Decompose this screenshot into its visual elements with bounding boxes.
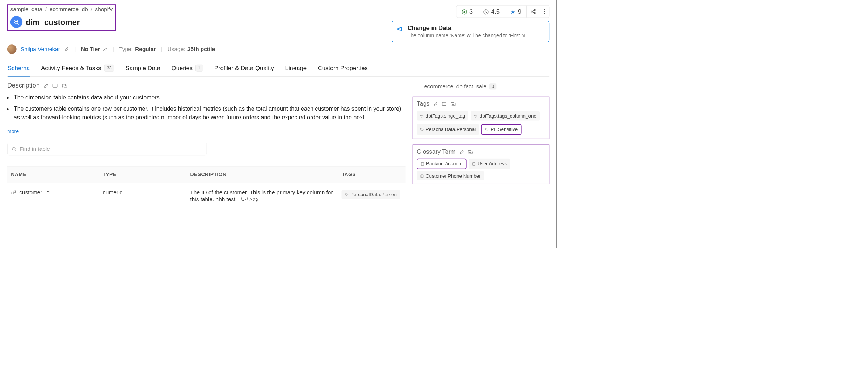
svg-point-11 (12, 147, 15, 150)
search-input[interactable] (20, 145, 202, 152)
tag-icon (345, 192, 349, 196)
breadcrumb-title-highlight: sample_data / ecommerce_db / shopify dim… (7, 4, 116, 31)
bigquery-icon (10, 16, 22, 28)
glossary-item[interactable]: Customer.Phone Number (417, 171, 484, 180)
tests-stat[interactable]: 3 (456, 5, 478, 17)
key-icon (11, 189, 16, 195)
search-icon (12, 145, 17, 152)
table-row[interactable]: customer_id numeric The ID of the custom… (7, 183, 406, 209)
column-desc: The ID of the customer. This is the prim… (186, 183, 338, 209)
announcement-title: Change in Data (408, 24, 544, 31)
svg-rect-14 (442, 102, 446, 105)
tabs: Schema Activity Feeds & Tasks 33 Sample … (7, 62, 549, 77)
related-entity[interactable]: ecommerce_db.fact_sale 0 (413, 82, 549, 91)
more-link[interactable]: more (7, 128, 19, 134)
avg-stat[interactable]: 4.5 (478, 5, 505, 17)
tab-lineage[interactable]: Lineage (285, 62, 307, 76)
tag-item[interactable]: dbtTags.singe_tag (417, 111, 468, 121)
col-header-desc[interactable]: DESCRIPTION (186, 166, 338, 183)
search-box[interactable] (7, 143, 207, 155)
glossary-item[interactable]: Banking.Account (417, 159, 466, 169)
usage-item: Usage: 25th pctile (168, 46, 215, 52)
stars-stat[interactable]: 9 (505, 5, 527, 17)
tags-header: Tags (417, 100, 429, 107)
svg-point-17 (421, 129, 421, 129)
column-tag[interactable]: PersonalData.Person (342, 190, 400, 199)
tab-activity[interactable]: Activity Feeds & Tasks 33 (41, 62, 114, 76)
request-tags-icon[interactable] (442, 100, 447, 107)
description-body: The dimension table contains data about … (12, 93, 406, 122)
tests-count: 3 (469, 8, 473, 15)
tag-item[interactable]: PII.Sensitive (481, 124, 522, 135)
divider: | (161, 46, 163, 52)
description-bullet: The customers table contains one row per… (12, 104, 406, 122)
svg-point-16 (475, 115, 475, 116)
breadcrumb: sample_data / ecommerce_db / shopify (10, 6, 113, 13)
column-name: customer_id (19, 189, 50, 195)
tab-queries-count: 1 (195, 65, 203, 72)
tag-icon (420, 127, 424, 132)
star-icon (510, 8, 515, 15)
svg-point-18 (486, 129, 486, 129)
tag-icon (474, 114, 477, 118)
tags-panel: Tags dbtTags.singe_tag dbtTags.tags_colu… (413, 97, 549, 139)
tab-queries[interactable]: Queries 1 (172, 62, 203, 76)
breadcrumb-db[interactable]: sample_data (10, 6, 42, 13)
request-description-icon[interactable] (52, 82, 58, 89)
tab-schema[interactable]: Schema (8, 62, 30, 76)
edit-description-icon[interactable] (43, 82, 49, 89)
tier-item: No Tier (81, 46, 108, 52)
tab-profiler[interactable]: Profiler & Data Quality (214, 62, 274, 76)
page-title: dim_customer (26, 17, 80, 26)
tag-icon (420, 114, 424, 118)
check-circle-icon (462, 8, 467, 15)
stars-value: 9 (518, 8, 521, 15)
glossary-panel: Glossary Term Banking.Account User.Addre… (413, 145, 549, 184)
megaphone-icon (397, 25, 404, 39)
glossary-header: Glossary Term (417, 148, 455, 156)
glossary-conversation-icon[interactable] (468, 148, 473, 156)
edit-tags-icon[interactable] (433, 100, 438, 107)
svg-point-2 (464, 11, 465, 13)
breadcrumb-schema[interactable]: ecommerce_db (50, 6, 88, 13)
breadcrumb-separator: / (90, 6, 92, 13)
col-header-type[interactable]: TYPE (99, 166, 186, 183)
col-header-name[interactable]: NAME (7, 166, 99, 183)
action-bar: 3 4.5 9 (456, 5, 549, 18)
share-button[interactable] (527, 5, 540, 17)
avg-value: 4.5 (491, 8, 500, 15)
svg-point-12 (12, 192, 13, 194)
glossary-item[interactable]: User.Address (469, 159, 510, 169)
edit-owner-icon[interactable] (64, 47, 69, 52)
svg-rect-10 (53, 84, 57, 87)
tab-activity-count: 33 (104, 65, 114, 72)
edit-tier-icon[interactable] (102, 46, 108, 52)
avatar[interactable] (7, 44, 17, 54)
tier-value: No Tier (81, 46, 100, 52)
tab-custom-properties[interactable]: Custom Properties (318, 62, 368, 76)
tab-sample-data[interactable]: Sample Data (126, 62, 160, 76)
divider: | (75, 46, 76, 52)
col-header-tags[interactable]: TAGS (338, 166, 405, 183)
announcement-banner[interactable]: Change in Data The column name 'Name' wi… (392, 21, 549, 42)
svg-rect-20 (472, 163, 475, 166)
svg-point-9 (544, 13, 545, 14)
more-menu-button[interactable] (540, 5, 549, 17)
clock-icon (483, 8, 489, 15)
breadcrumb-separator: / (45, 6, 47, 13)
owner-name[interactable]: Shilpa Vernekar (21, 46, 60, 52)
svg-rect-19 (421, 163, 424, 166)
description-header: Description (7, 82, 406, 89)
divider: | (113, 46, 114, 52)
breadcrumb-catalog[interactable]: shopify (95, 6, 113, 13)
tag-item[interactable]: dbtTags.tags_column_one (471, 111, 540, 121)
related-count: 0 (489, 83, 497, 89)
tags-conversation-icon[interactable] (450, 100, 456, 107)
conversation-icon[interactable] (62, 82, 68, 89)
tag-item[interactable]: PersonalData.Personal (417, 124, 479, 135)
tag-icon (485, 127, 489, 132)
edit-glossary-icon[interactable] (459, 148, 464, 156)
svg-rect-21 (421, 175, 423, 178)
book-icon (472, 161, 476, 166)
column-type: numeric (99, 183, 186, 209)
